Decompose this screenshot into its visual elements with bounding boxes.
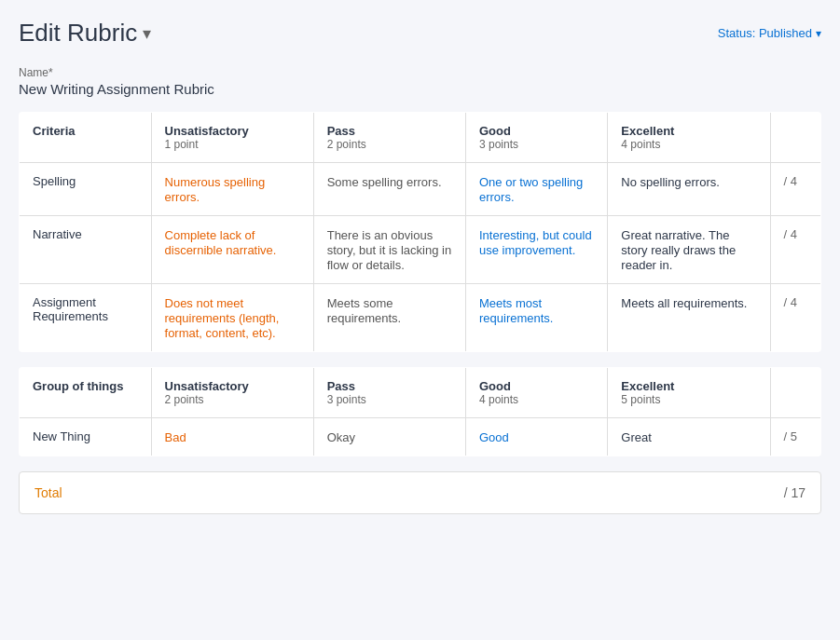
score-cell: / 4 — [770, 216, 820, 284]
total-score: / 17 — [784, 485, 806, 500]
table-row: Assignment Requirements Does not meet re… — [20, 284, 821, 352]
name-section: Name* New Writing Assignment Rubric — [19, 66, 821, 97]
pass-cell: Meets some requirements. — [313, 284, 465, 352]
header-pass-2: Pass 3 points — [313, 368, 465, 418]
status-badge[interactable]: Status: Published ▾ — [718, 26, 821, 40]
page-header: Edit Rubric ▾ Status: Published ▾ — [19, 19, 821, 48]
rubric-table-2: Group of things Unsatisfactory 2 points … — [19, 367, 821, 456]
table-row: Narrative Complete lack of discernible n… — [20, 216, 821, 284]
unsatisfactory-cell: Complete lack of discernible narrative. — [151, 216, 313, 284]
score-cell: / 4 — [770, 284, 820, 352]
good-cell: One or two spelling errors. — [465, 163, 607, 216]
header-score-1 — [770, 113, 820, 163]
criteria-cell: Assignment Requirements — [20, 284, 152, 352]
header-excellent-2: Excellent 5 points — [608, 368, 770, 418]
criteria-cell: New Thing — [20, 418, 152, 456]
total-label: Total — [34, 485, 62, 500]
page-title: Edit Rubric — [19, 19, 137, 48]
score-cell: / 5 — [770, 418, 820, 456]
header-pass-1: Pass 2 points — [313, 113, 465, 163]
unsatisfactory-cell: Bad — [151, 418, 313, 456]
table-row: Spelling Numerous spelling errors. Some … — [20, 163, 821, 216]
table-header-row-2: Group of things Unsatisfactory 2 points … — [20, 368, 821, 418]
excellent-cell: No spelling errors. — [608, 163, 770, 216]
table-row: New Thing Bad Okay Good Great / 5 — [20, 418, 821, 456]
status-chevron-icon: ▾ — [816, 27, 821, 40]
good-cell: Interesting, but could use improvement. — [465, 216, 607, 284]
title-area: Edit Rubric ▾ — [19, 19, 151, 48]
rubric-table-1: Criteria Unsatisfactory 1 point Pass 2 p… — [19, 112, 821, 352]
status-label: Status: Published — [718, 26, 812, 40]
header-unsatisfactory-1: Unsatisfactory 1 point — [151, 113, 313, 163]
header-criteria-2: Group of things — [20, 368, 152, 418]
unsatisfactory-cell: Does not meet requirements (length, form… — [151, 284, 313, 352]
header-criteria-1: Criteria — [20, 113, 152, 163]
total-row: Total / 17 — [19, 471, 821, 514]
name-label: Name* — [19, 66, 821, 79]
header-unsatisfactory-2: Unsatisfactory 2 points — [151, 368, 313, 418]
pass-cell: There is an obvious story, but it is lac… — [313, 216, 465, 284]
unsatisfactory-cell: Numerous spelling errors. — [151, 163, 313, 216]
score-cell: / 4 — [770, 163, 820, 216]
pass-cell: Okay — [313, 418, 465, 456]
page-container: Edit Rubric ▾ Status: Published ▾ Name* … — [19, 19, 821, 514]
excellent-cell: Great narrative. The story really draws … — [608, 216, 770, 284]
title-chevron-icon[interactable]: ▾ — [143, 23, 151, 44]
header-score-2 — [770, 368, 820, 418]
header-good-1: Good 3 points — [465, 113, 607, 163]
criteria-cell: Narrative — [20, 216, 152, 284]
header-good-2: Good 4 points — [465, 368, 607, 418]
good-cell: Good — [465, 418, 607, 456]
excellent-cell: Great — [608, 418, 770, 456]
pass-cell: Some spelling errors. — [313, 163, 465, 216]
excellent-cell: Meets all requirements. — [608, 284, 770, 352]
rubric-name-value: New Writing Assignment Rubric — [19, 81, 821, 97]
criteria-cell: Spelling — [20, 163, 152, 216]
good-cell: Meets most requirements. — [465, 284, 607, 352]
header-excellent-1: Excellent 4 points — [608, 113, 770, 163]
table-header-row-1: Criteria Unsatisfactory 1 point Pass 2 p… — [20, 113, 821, 163]
